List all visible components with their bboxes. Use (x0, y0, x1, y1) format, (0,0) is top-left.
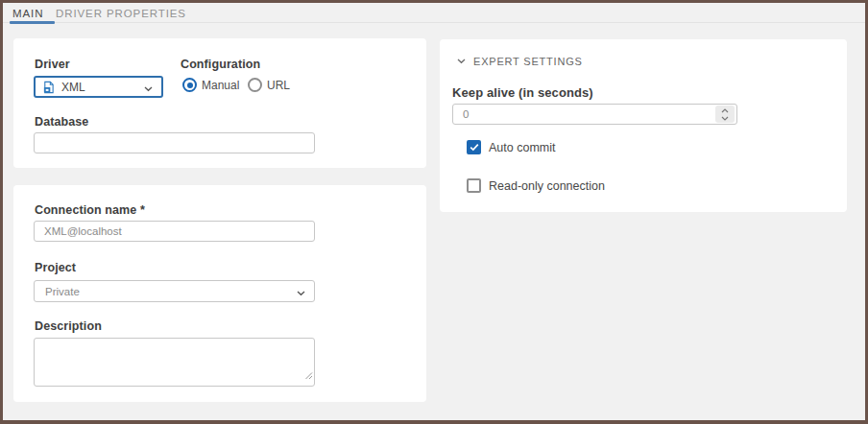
chevron-down-icon (297, 283, 305, 300)
description-field-wrapper (34, 338, 315, 387)
read-only-connection-checkbox[interactable]: Read-only connection (467, 178, 605, 193)
resize-handle-icon[interactable] (304, 366, 313, 384)
driver-select[interactable]: XML (34, 76, 163, 98)
description-textarea[interactable] (34, 338, 315, 387)
checkbox-icon (467, 140, 481, 154)
configuration-radio-manual[interactable]: Manual (182, 78, 239, 92)
keep-alive-spinner (715, 106, 735, 123)
project-label: Project (35, 261, 76, 274)
chevron-down-icon (457, 59, 466, 64)
driver-label: Driver (35, 58, 70, 71)
checkbox-label: Auto commit (489, 141, 555, 154)
active-tab-underline (10, 21, 55, 24)
radio-icon (182, 78, 197, 92)
checkbox-icon (467, 178, 481, 193)
configuration-radio-url[interactable]: URL (248, 78, 290, 92)
description-label: Description (35, 319, 102, 333)
expert-settings-header: EXPERT SETTINGS (473, 56, 583, 67)
expert-settings-toggle[interactable]: EXPERT SETTINGS (457, 56, 583, 67)
radio-label: Manual (202, 79, 239, 92)
connection-settings-window: MAIN DRIVER PROPERTIES Driver XML Config… (0, 0, 868, 424)
project-select[interactable]: Private (34, 280, 315, 302)
driver-select-value: XML (61, 81, 85, 94)
connection-name-input[interactable] (34, 221, 315, 242)
radio-icon (248, 78, 262, 92)
database-label: Database (35, 115, 88, 129)
spinner-up-button[interactable] (721, 107, 729, 114)
tab-bar: MAIN DRIVER PROPERTIES (3, 3, 865, 23)
database-input[interactable] (34, 132, 315, 153)
auto-commit-checkbox[interactable]: Auto commit (467, 140, 555, 154)
xml-file-icon (42, 81, 55, 94)
chevron-down-icon (144, 79, 153, 96)
tab-main[interactable]: MAIN (12, 3, 43, 23)
connection-name-label: Connection name * (35, 203, 145, 217)
spinner-down-button[interactable] (721, 115, 729, 122)
radio-label: URL (267, 79, 290, 92)
keep-alive-input[interactable] (452, 104, 737, 125)
checkbox-label: Read-only connection (489, 179, 605, 193)
tab-driver-properties[interactable]: DRIVER PROPERTIES (56, 3, 186, 23)
keep-alive-label: Keep alive (in seconds) (452, 85, 593, 100)
project-select-value: Private (45, 286, 80, 297)
configuration-label: Configuration (181, 58, 260, 71)
